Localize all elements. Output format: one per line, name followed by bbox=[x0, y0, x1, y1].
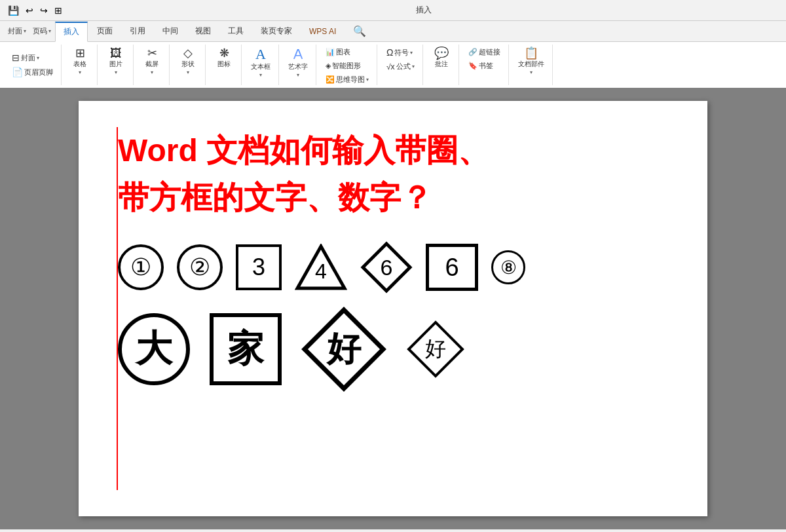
smartart-button[interactable]: ◈ 智能图形 bbox=[323, 60, 371, 72]
formula-button[interactable]: √x 公式 ▾ bbox=[384, 60, 417, 73]
symbol-circle-2: ② bbox=[177, 244, 223, 290]
tab-tools[interactable]: 工具 bbox=[220, 21, 252, 41]
tab-wps[interactable]: WPS AI bbox=[301, 21, 344, 41]
diamond-num-label: 6 bbox=[381, 255, 393, 280]
mindmap-label: 思维导图 bbox=[336, 75, 365, 85]
screenshot-icon: ✂ bbox=[147, 47, 157, 59]
app-title: 插入 bbox=[416, 5, 432, 16]
group-pages: ⊟ 封面 ▾ 📄 页眉页脚 bbox=[4, 45, 62, 85]
chart-icon: 📊 bbox=[326, 48, 335, 56]
tab-expert[interactable]: 装页专家 bbox=[253, 21, 300, 41]
cover-dropdown[interactable]: ▾ bbox=[24, 28, 26, 34]
cover-button[interactable]: ⊟ 封面 ▾ bbox=[9, 51, 56, 64]
symbols-row-1: ① ② 3 4 6 6 ⑧ bbox=[118, 241, 668, 294]
save-icon[interactable]: 💾 bbox=[7, 4, 20, 17]
document-page[interactable]: Word 文档如何输入带圈、 带方框的文字、数字？ ① ② 3 4 bbox=[79, 101, 707, 516]
col-cover: ⊟ 封面 ▾ 📄 页眉页脚 bbox=[9, 51, 56, 79]
group-comment: 💬 批注 bbox=[424, 45, 459, 85]
arttext-button[interactable]: A 艺术字 ▾ bbox=[286, 46, 310, 79]
tab-layout[interactable]: 页面 bbox=[89, 21, 121, 41]
symbol-button[interactable]: Ω 符号 ▾ bbox=[384, 46, 417, 59]
document-area: Word 文档如何输入带圈、 带方框的文字、数字？ ① ② 3 4 bbox=[0, 88, 786, 529]
shape-label: 形状 bbox=[181, 60, 195, 69]
hyperlink-label: 超链接 bbox=[479, 47, 500, 57]
tab-mail[interactable]: 中间 bbox=[155, 21, 186, 41]
symbol-square-3: 3 bbox=[236, 244, 282, 290]
hyperlink-button[interactable]: 🔗 超链接 bbox=[466, 46, 503, 58]
shape-icon: ◇ bbox=[183, 47, 193, 59]
docpart-button[interactable]: 📋 文档部件 ▾ bbox=[515, 46, 547, 77]
col-symbol: Ω 符号 ▾ √x 公式 ▾ bbox=[384, 46, 417, 73]
textbox-icon: A bbox=[255, 47, 266, 62]
undo-icon[interactable]: ↩ bbox=[24, 4, 35, 17]
mindmap-arrow: ▾ bbox=[366, 77, 369, 83]
chart-button[interactable]: 📊 图表 bbox=[323, 46, 371, 58]
smartart-label: 智能图形 bbox=[332, 61, 361, 71]
grid-icon[interactable]: ⊞ bbox=[53, 4, 64, 17]
margin-line bbox=[117, 127, 118, 490]
ribbon-tabs: 封面 ▾ 页码 ▾ 插入 页面 引用 中间 视图 工具 装页专家 WPS AI … bbox=[0, 21, 786, 42]
formula-label: 公式 bbox=[396, 62, 411, 71]
diamond-large-num-label: 好 bbox=[327, 326, 361, 372]
tab-review[interactable]: 视图 bbox=[187, 21, 219, 41]
tab-wps-label: WPS AI bbox=[309, 27, 336, 36]
bookmark-button[interactable]: 🔖 书签 bbox=[466, 60, 503, 72]
table-icon: ⊞ bbox=[75, 47, 85, 59]
picture-button[interactable]: 🖼 图片 ▾ bbox=[104, 46, 128, 77]
textbox-label: 文本框 bbox=[251, 62, 271, 71]
tab-ref-label: 引用 bbox=[130, 26, 145, 37]
formula-arrow: ▾ bbox=[412, 64, 415, 69]
group-picture: 🖼 图片 ▾ bbox=[99, 45, 134, 85]
redo-icon[interactable]: ↪ bbox=[39, 4, 49, 17]
chart-label: 图表 bbox=[336, 47, 350, 57]
table-arrow: ▾ bbox=[79, 69, 81, 75]
group-link: 🔗 超链接 🔖 书签 bbox=[460, 45, 509, 85]
group-shape: ◇ 形状 ▾ bbox=[171, 45, 206, 85]
comment-button[interactable]: 💬 批注 bbox=[430, 46, 453, 70]
hyperlink-icon: 🔗 bbox=[468, 48, 477, 56]
diamond-small-num-label: 好 bbox=[425, 335, 446, 364]
symbol-triangle-4: 4 bbox=[295, 244, 347, 291]
smartart-icon: ◈ bbox=[326, 62, 331, 70]
pageheader-button[interactable]: 📄 页眉页脚 bbox=[9, 66, 56, 79]
group-table: ⊞ 表格 ▾ bbox=[63, 45, 98, 85]
pageheader-icon: 📄 bbox=[12, 67, 23, 77]
docpart-label: 文档部件 bbox=[518, 60, 544, 69]
table-label: 表格 bbox=[73, 60, 86, 69]
shape-button[interactable]: ◇ 形状 ▾ bbox=[176, 46, 200, 77]
tab-insert[interactable]: 插入 bbox=[55, 22, 88, 42]
picture-icon: 🖼 bbox=[110, 47, 122, 59]
tab-pages[interactable]: 页码 ▾ bbox=[30, 25, 54, 37]
icon-label: 图标 bbox=[217, 60, 231, 69]
tab-pages-label: 页码 bbox=[33, 26, 47, 36]
tab-cover[interactable]: 封面 ▾ bbox=[5, 25, 29, 37]
screenshot-arrow: ▾ bbox=[151, 69, 153, 75]
mindmap-button[interactable]: 🔀 思维导图 ▾ bbox=[323, 73, 371, 86]
bookmark-label: 书签 bbox=[479, 61, 493, 71]
group-docpart: 📋 文档部件 ▾ bbox=[510, 45, 553, 85]
cover-label: 封面 bbox=[21, 53, 35, 63]
arttext-icon: A bbox=[293, 47, 303, 62]
symbol-diamond-small-hao: 好 bbox=[406, 320, 465, 379]
textbox-button[interactable]: A 文本框 ▾ bbox=[248, 46, 273, 79]
mindmap-icon: 🔀 bbox=[326, 75, 335, 84]
tab-search[interactable]: 🔍 bbox=[345, 21, 374, 41]
symbol-arrow: ▾ bbox=[410, 50, 413, 56]
cover-arrow: ▾ bbox=[37, 55, 39, 61]
symbol-large-square-6: 6 bbox=[426, 244, 478, 291]
table-button[interactable]: ⊞ 表格 ▾ bbox=[68, 46, 92, 77]
icon-button[interactable]: ❋ 图标 bbox=[212, 46, 236, 70]
tab-ref[interactable]: 引用 bbox=[122, 21, 153, 41]
symbol-circle-1: ① bbox=[118, 244, 164, 290]
screenshot-button[interactable]: ✂ 截屏 ▾ bbox=[140, 46, 164, 77]
group-arttext: A 艺术字 ▾ bbox=[280, 45, 316, 85]
pageheader-label: 页眉页脚 bbox=[24, 67, 53, 77]
tab-layout-label: 页面 bbox=[97, 26, 113, 37]
tab-tools-label: 工具 bbox=[228, 26, 244, 37]
symbol-label: 符号 bbox=[394, 48, 409, 58]
picture-arrow: ▾ bbox=[115, 69, 117, 75]
symbol-diamond-6: 6 bbox=[360, 241, 413, 294]
symbols-row-2: 大 家 好 好 bbox=[118, 307, 668, 392]
pages-dropdown[interactable]: ▾ bbox=[48, 28, 51, 34]
symbol-circle-da: 大 bbox=[118, 313, 190, 385]
